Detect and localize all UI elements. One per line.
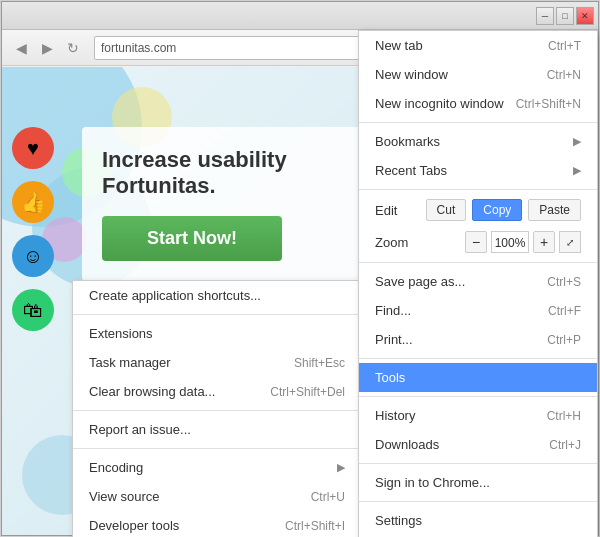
menu-item-label: New incognito window xyxy=(375,96,504,111)
shortcut-label: Ctrl+J xyxy=(549,438,581,452)
zoom-label: Zoom xyxy=(375,235,459,250)
paste-button[interactable]: Paste xyxy=(528,199,581,221)
browser-window: ─ □ ✕ ◀ ▶ ↻ ☆ ≡ Support ♥ 👍 ☺ � xyxy=(1,1,599,536)
zoom-out-button[interactable]: − xyxy=(465,231,487,253)
zoom-fullscreen-button[interactable]: ⤢ xyxy=(559,231,581,253)
ad-heading: Increase usabilityFortunitas. xyxy=(102,147,352,200)
divider xyxy=(359,262,597,263)
right-dropdown-menu: New tab Ctrl+T New window Ctrl+N New inc… xyxy=(358,30,598,537)
menu-item-save-page[interactable]: Save page as... Ctrl+S xyxy=(359,267,597,296)
menu-item-label: Save page as... xyxy=(375,274,465,289)
shortcut-label: Ctrl+N xyxy=(547,68,581,82)
edit-row: Edit Cut Copy Paste xyxy=(359,194,597,226)
menu-item-create-shortcuts[interactable]: Create application shortcuts... xyxy=(73,281,361,310)
shortcut-label: Ctrl+S xyxy=(547,275,581,289)
divider xyxy=(359,189,597,190)
menu-item-new-incognito[interactable]: New incognito window Ctrl+Shift+N xyxy=(359,89,597,118)
title-bar: ─ □ ✕ xyxy=(2,2,598,30)
submenu-arrow: ▶ xyxy=(337,461,345,474)
menu-item-new-window[interactable]: New window Ctrl+N xyxy=(359,60,597,89)
shortcut-label: Ctrl+U xyxy=(311,490,345,504)
nav-icons: ◀ ▶ ↻ xyxy=(10,37,84,59)
refresh-button[interactable]: ↻ xyxy=(62,37,84,59)
menu-item-recent-tabs[interactable]: Recent Tabs ▶ xyxy=(359,156,597,185)
menu-item-label: Tools xyxy=(375,370,405,385)
menu-item-label: Extensions xyxy=(89,326,153,341)
menu-item-find[interactable]: Find... Ctrl+F xyxy=(359,296,597,325)
edit-label: Edit xyxy=(375,203,420,218)
menu-item-settings[interactable]: Settings xyxy=(359,506,597,535)
shortcut-label: Ctrl+Shift+I xyxy=(285,519,345,533)
divider xyxy=(73,410,361,411)
shortcut-label: Shift+Esc xyxy=(294,356,345,370)
menu-item-label: Task manager xyxy=(89,355,171,370)
menu-item-tools[interactable]: Tools xyxy=(359,363,597,392)
menu-item-bookmarks[interactable]: Bookmarks ▶ xyxy=(359,127,597,156)
menu-item-label: Report an issue... xyxy=(89,422,191,437)
menu-item-label: Encoding xyxy=(89,460,143,475)
menu-item-label: History xyxy=(375,408,415,423)
menu-item-label: View source xyxy=(89,489,160,504)
divider xyxy=(359,463,597,464)
menu-item-label: Downloads xyxy=(375,437,439,452)
left-dropdown-menu: Create application shortcuts... Extensio… xyxy=(72,280,362,537)
submenu-arrow: ▶ xyxy=(573,164,581,177)
zoom-in-button[interactable]: + xyxy=(533,231,555,253)
menu-item-label: Clear browsing data... xyxy=(89,384,215,399)
menu-item-label: Create application shortcuts... xyxy=(89,288,261,303)
menu-item-label: New tab xyxy=(375,38,423,53)
menu-item-print[interactable]: Print... Ctrl+P xyxy=(359,325,597,354)
menu-item-task-manager[interactable]: Task manager Shift+Esc xyxy=(73,348,361,377)
ad-block: Increase usabilityFortunitas. Start Now! xyxy=(82,127,372,281)
menu-item-label: Sign in to Chrome... xyxy=(375,475,490,490)
left-icon-face: ☺ xyxy=(12,235,54,277)
shortcut-label: Ctrl+T xyxy=(548,39,581,53)
divider xyxy=(73,448,361,449)
minimize-button[interactable]: ─ xyxy=(536,7,554,25)
left-icon-heart: ♥ xyxy=(12,127,54,169)
divider xyxy=(359,501,597,502)
menu-item-label: Find... xyxy=(375,303,411,318)
menu-item-clear-browsing[interactable]: Clear browsing data... Ctrl+Shift+Del xyxy=(73,377,361,406)
menu-item-label: Bookmarks xyxy=(375,134,440,149)
back-button[interactable]: ◀ xyxy=(10,37,32,59)
title-bar-buttons: ─ □ ✕ xyxy=(536,7,594,25)
submenu-arrow: ▶ xyxy=(573,135,581,148)
divider xyxy=(73,314,361,315)
close-button[interactable]: ✕ xyxy=(576,7,594,25)
menu-item-extensions[interactable]: Extensions xyxy=(73,319,361,348)
menu-item-label: Developer tools xyxy=(89,518,179,533)
shortcut-label: Ctrl+F xyxy=(548,304,581,318)
maximize-button[interactable]: □ xyxy=(556,7,574,25)
menu-item-encoding[interactable]: Encoding ▶ xyxy=(73,453,361,482)
copy-button[interactable]: Copy xyxy=(472,199,522,221)
cut-button[interactable]: Cut xyxy=(426,199,467,221)
menu-item-history[interactable]: History Ctrl+H xyxy=(359,401,597,430)
menu-item-label: New window xyxy=(375,67,448,82)
menu-item-developer-tools[interactable]: Developer tools Ctrl+Shift+I xyxy=(73,511,361,537)
zoom-row: Zoom − 100% + ⤢ xyxy=(359,226,597,258)
shortcut-label: Ctrl+P xyxy=(547,333,581,347)
left-icon-bag: 🛍 xyxy=(12,289,54,331)
shortcut-label: Ctrl+Shift+N xyxy=(516,97,581,111)
forward-button[interactable]: ▶ xyxy=(36,37,58,59)
start-now-button[interactable]: Start Now! xyxy=(102,216,282,261)
divider xyxy=(359,122,597,123)
menu-item-new-tab[interactable]: New tab Ctrl+T xyxy=(359,31,597,60)
left-icon-thumb: 👍 xyxy=(12,181,54,223)
menu-item-sign-in[interactable]: Sign in to Chrome... xyxy=(359,468,597,497)
shortcut-label: Ctrl+H xyxy=(547,409,581,423)
zoom-controls: − 100% + ⤢ xyxy=(465,231,581,253)
menu-item-label: Print... xyxy=(375,332,413,347)
divider xyxy=(359,358,597,359)
menu-item-label: Settings xyxy=(375,513,422,528)
menu-item-view-source[interactable]: View source Ctrl+U xyxy=(73,482,361,511)
left-icons: ♥ 👍 ☺ 🛍 xyxy=(12,127,54,331)
menu-item-label: Recent Tabs xyxy=(375,163,447,178)
zoom-value: 100% xyxy=(491,231,529,253)
menu-item-downloads[interactable]: Downloads Ctrl+J xyxy=(359,430,597,459)
menu-item-report-issue[interactable]: Report an issue... xyxy=(73,415,361,444)
shortcut-label: Ctrl+Shift+Del xyxy=(270,385,345,399)
divider xyxy=(359,396,597,397)
